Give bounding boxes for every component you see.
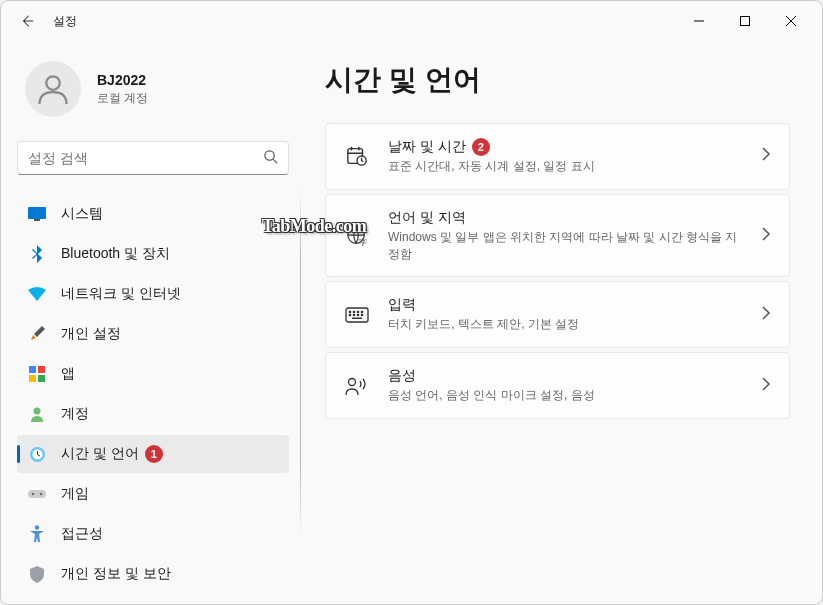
svg-point-21 [349,311,350,312]
card-language-region[interactable]: 字 언어 및 지역 Windows 및 일부 앱은 위치한 지역에 따라 날짜 … [325,194,790,278]
main-content: 시간 및 언어 날짜 및 시간 2 표준 시간대, 자동 시계 설정, 일정 표… [301,41,822,604]
nav-label: 시간 및 언어 [61,445,139,463]
svg-point-24 [361,311,362,312]
bluetooth-icon [27,244,47,264]
svg-rect-4 [34,219,40,221]
nav-item-bluetooth[interactable]: Bluetooth 및 장치 [17,235,289,273]
avatar [25,61,81,117]
svg-point-13 [32,493,34,495]
titlebar: 설정 [1,1,822,41]
nav-item-privacy[interactable]: 개인 정보 및 보안 [17,555,289,593]
card-title: 날짜 및 시간 [388,138,466,156]
brush-icon [27,324,47,344]
sidebar: BJ2022 로컬 계정 시스템 Bluetooth 및 장치 [1,41,301,604]
date-time-icon [344,145,370,167]
svg-point-26 [353,314,354,315]
badge-red: 1 [145,445,163,463]
nav-item-gaming[interactable]: 게임 [17,475,289,513]
gaming-icon [27,484,47,504]
svg-point-30 [349,378,356,385]
svg-point-27 [357,314,358,315]
nav-label: 계정 [61,405,89,423]
clock-globe-icon [27,444,47,464]
shield-icon [27,564,47,584]
card-desc: 음성 언어, 음성 인식 마이크 설정, 음성 [388,387,749,404]
svg-rect-5 [29,366,36,373]
nav-label: 앱 [61,365,75,383]
card-speech[interactable]: 음성 음성 언어, 음성 인식 마이크 설정, 음성 [325,352,790,419]
back-button[interactable] [9,3,45,39]
card-list: 날짜 및 시간 2 표준 시간대, 자동 시계 설정, 일정 표시 字 언어 및… [325,123,790,419]
card-desc: 표준 시간대, 자동 시계 설정, 일정 표시 [388,158,749,175]
accessibility-icon [27,524,47,544]
badge-red: 2 [472,138,490,156]
svg-point-23 [357,311,358,312]
svg-rect-12 [28,490,46,498]
card-title: 언어 및 지역 [388,209,749,227]
nav-label: 개인 정보 및 보안 [61,565,171,583]
maximize-icon [740,16,750,26]
nav-item-time-language[interactable]: 시간 및 언어 1 [17,435,289,473]
close-button[interactable] [768,5,814,37]
search-icon [263,149,278,168]
maximize-button[interactable] [722,5,768,37]
card-typing[interactable]: 입력 터치 키보드, 텍스트 제안, 기본 설정 [325,281,790,348]
card-desc: 터치 키보드, 텍스트 제안, 기본 설정 [388,316,749,333]
nav-label: 네트워크 및 인터넷 [61,285,181,303]
system-icon [27,204,47,224]
card-title: 음성 [388,367,749,385]
minimize-button[interactable] [676,5,722,37]
user-name: BJ2022 [97,72,148,88]
nav-item-system[interactable]: 시스템 [17,195,289,233]
nav-item-apps[interactable]: 앱 [17,355,289,393]
nav-list: 시스템 Bluetooth 및 장치 네트워크 및 인터넷 개인 설정 앱 [17,195,289,593]
globe-language-icon: 字 [344,225,370,247]
speech-icon [344,376,370,396]
nav-label: 시스템 [61,205,103,223]
person-icon [35,71,71,107]
card-desc: Windows 및 일부 앱은 위치한 지역에 따라 날짜 및 시간 형식을 지… [388,229,749,263]
svg-rect-6 [38,366,45,373]
nav-label: Bluetooth 및 장치 [61,245,170,263]
nav-item-accounts[interactable]: 계정 [17,395,289,433]
svg-point-22 [353,311,354,312]
nav-item-accessibility[interactable]: 접근성 [17,515,289,553]
window-controls [676,5,814,37]
nav-item-network[interactable]: 네트워크 및 인터넷 [17,275,289,313]
page-title: 시간 및 언어 [325,61,790,99]
chevron-right-icon [761,147,771,165]
app-title: 설정 [53,13,77,30]
minimize-icon [694,16,704,26]
svg-point-14 [40,493,42,495]
svg-point-9 [34,408,41,415]
wifi-icon [27,284,47,304]
svg-point-15 [35,525,39,529]
svg-rect-8 [38,375,45,382]
settings-window: 설정 BJ2022 로컬 계정 [0,0,823,605]
search-input[interactable] [28,150,263,166]
card-date-time[interactable]: 날짜 및 시간 2 표준 시간대, 자동 시계 설정, 일정 표시 [325,123,790,190]
chevron-right-icon [761,377,771,395]
user-account-type: 로컬 계정 [97,90,148,107]
nav-label: 접근성 [61,525,103,543]
chevron-right-icon [761,227,771,245]
account-icon [27,404,47,424]
user-block[interactable]: BJ2022 로컬 계정 [17,41,289,141]
close-icon [786,16,796,26]
svg-point-25 [349,314,350,315]
card-title: 입력 [388,296,749,314]
nav-item-personalization[interactable]: 개인 설정 [17,315,289,353]
svg-rect-3 [28,207,46,219]
chevron-right-icon [761,306,771,324]
search-box[interactable] [17,141,289,175]
svg-point-2 [265,150,274,159]
back-arrow-icon [20,14,34,28]
sidebar-divider [300,186,301,536]
nav-label: 게임 [61,485,89,503]
nav-label: 개인 설정 [61,325,121,343]
svg-rect-0 [741,17,750,26]
svg-rect-7 [29,375,36,382]
svg-point-28 [361,314,362,315]
svg-rect-29 [352,317,362,319]
svg-point-1 [46,76,60,90]
